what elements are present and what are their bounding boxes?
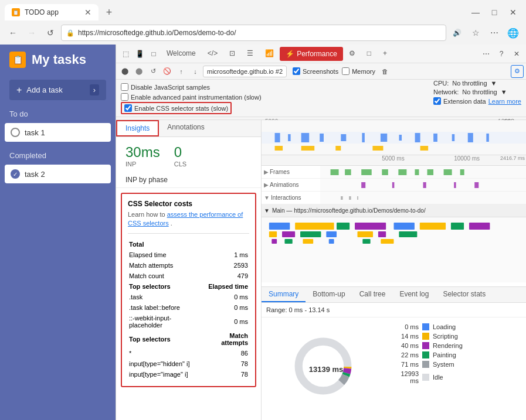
- main-section-header[interactable]: ▼ Main — https://microsoftedge.github.io…: [262, 204, 526, 217]
- more-options-icon[interactable]: ⋯: [486, 25, 503, 41]
- edge-icon[interactable]: 🌐: [505, 25, 521, 41]
- tab-console[interactable]: ⊡: [223, 45, 241, 63]
- css-costs-box: CSS Selector costs Learn how to assess t…: [121, 193, 256, 387]
- completed-section: Completed ✓ task 2: [0, 146, 116, 183]
- address-bar[interactable]: 🔒 https://microsoftedge.github.io/Demos/…: [61, 25, 446, 41]
- cls-label: CLS: [174, 161, 186, 168]
- svg-rect-21: [361, 169, 372, 175]
- learn-more-link[interactable]: Learn more: [488, 98, 521, 105]
- tab-welcome[interactable]: Welcome: [161, 45, 202, 63]
- tab-close-button[interactable]: ✕: [84, 8, 91, 16]
- todo-title: My tasks: [32, 52, 86, 67]
- css-costs-table: Total Elapsed time 1 ms Match attempts 2…: [128, 238, 249, 380]
- screenshots-checkbox[interactable]: [293, 67, 300, 75]
- upload-icon[interactable]: ↑: [175, 65, 188, 78]
- devtools-more-icon[interactable]: ⋯: [479, 47, 493, 61]
- svg-rect-2: [288, 134, 291, 141]
- browser-tab[interactable]: 📋 TODO app ✕: [5, 4, 99, 21]
- tab-insights[interactable]: Insights: [116, 120, 159, 136]
- task-checkbox-1[interactable]: [11, 128, 20, 137]
- tab-annotations[interactable]: Annotations: [159, 120, 212, 136]
- tab-bottom-up[interactable]: Bottom-up: [306, 287, 352, 302]
- tab-sources[interactable]: </>: [202, 45, 223, 63]
- enable-paint-checkbox[interactable]: [121, 93, 128, 101]
- tab-performance[interactable]: ⚡ Performance: [280, 47, 343, 61]
- network-dropdown-icon[interactable]: ▼: [501, 88, 507, 95]
- extension-data-checkbox[interactable]: [433, 97, 441, 105]
- devtools-help-icon[interactable]: ?: [494, 47, 508, 61]
- new-tab-button[interactable]: +: [101, 4, 117, 21]
- task-checkbox-2[interactable]: ✓: [11, 169, 20, 179]
- devtools-settings-icon[interactable]: ⚙: [511, 65, 524, 78]
- devtools-elements-icon[interactable]: □: [147, 47, 161, 61]
- tab-event-log[interactable]: Event log: [392, 287, 436, 302]
- inp-label: INP: [125, 161, 160, 168]
- forward-button[interactable]: →: [23, 25, 40, 41]
- devtools-close-icon[interactable]: ✕: [510, 47, 524, 61]
- css-costs-desc-before: Learn how to: [128, 211, 167, 218]
- legend-idle: 12993 ms Idle: [395, 370, 521, 384]
- svg-rect-12: [468, 133, 473, 142]
- read-aloud-icon[interactable]: 🔊: [449, 25, 465, 41]
- tab-network[interactable]: ☰: [241, 45, 259, 63]
- delete-recordings-icon[interactable]: 🗑: [379, 65, 392, 78]
- track-ruler: 5000 ms 10000 ms 2416.7 ms: [262, 155, 526, 166]
- tab-gear[interactable]: ⚙: [343, 45, 361, 63]
- tab-bar: 📋 TODO app ✕ + — □ ✕: [0, 0, 526, 21]
- screenshots-checkbox-label[interactable]: Screenshots: [293, 67, 338, 75]
- enable-css-checkbox[interactable]: [124, 104, 132, 112]
- devtools-address-display: microsoftedge.github.io #2: [203, 66, 287, 77]
- memory-checkbox-label[interactable]: Memory: [342, 67, 375, 75]
- interactions-bars: [320, 192, 526, 204]
- css-costs-desc-after: .: [171, 220, 172, 227]
- back-button[interactable]: ←: [5, 25, 21, 41]
- interactions-label[interactable]: ▼ Interactions: [262, 194, 320, 201]
- legend-system: 71 ms System: [395, 361, 521, 368]
- maximize-button[interactable]: □: [486, 4, 503, 21]
- tab-selector-stats[interactable]: Selector stats: [436, 287, 493, 302]
- refresh-button[interactable]: ↺: [42, 25, 59, 41]
- timeline-tracks-container[interactable]: 5000 ms 10000 ms 2416.7 ms ▶ Frames: [262, 155, 526, 286]
- tab-call-tree[interactable]: Call tree: [352, 287, 393, 302]
- main-layout: 📋 My tasks + Add a task › To do task 1 C…: [0, 45, 526, 420]
- animations-label[interactable]: ▶ Animations: [262, 182, 320, 188]
- frames-label[interactable]: ▶ Frames: [262, 169, 320, 175]
- svg-rect-29: [392, 182, 395, 188]
- devtools-inspect-icon[interactable]: ⬚: [118, 47, 133, 61]
- close-button[interactable]: ✕: [505, 4, 521, 21]
- main-section-label: Main — https://microsoftedge.github.io/D…: [272, 207, 426, 214]
- reload-record-icon[interactable]: ↺: [147, 65, 160, 78]
- todo-header: 📋 My tasks: [0, 45, 116, 75]
- task-item-1[interactable]: task 1: [5, 123, 111, 142]
- add-task-button[interactable]: + Add a task ›: [9, 80, 106, 100]
- stop-icon[interactable]: ⬤: [133, 65, 145, 78]
- svg-rect-48: [357, 231, 373, 237]
- minimize-button[interactable]: —: [467, 4, 484, 21]
- clear-icon[interactable]: 🚫: [161, 65, 174, 78]
- record-icon[interactable]: ⬤: [118, 65, 131, 78]
- task-title-2: task 2: [25, 170, 45, 179]
- tab-wireless[interactable]: 📶: [259, 45, 280, 63]
- download-icon[interactable]: ↓: [189, 65, 202, 78]
- tab-favicon: 📋: [12, 8, 20, 16]
- disable-js-checkbox[interactable]: [121, 83, 128, 91]
- cls-metric: 0 CLS: [174, 144, 186, 168]
- task-item-2[interactable]: ✓ task 2: [5, 165, 111, 183]
- tab-layout[interactable]: □: [361, 45, 377, 63]
- svg-rect-23: [398, 169, 406, 175]
- tab-add[interactable]: +: [377, 45, 393, 63]
- tab-summary[interactable]: Summary: [262, 287, 306, 302]
- nav-bar: ← → ↺ 🔒 https://microsoftedge.github.io/…: [0, 21, 526, 45]
- svg-rect-46: [300, 231, 321, 237]
- favorites-icon[interactable]: ☆: [467, 25, 484, 41]
- svg-rect-11: [452, 134, 455, 141]
- memory-checkbox[interactable]: [342, 67, 349, 75]
- legend-painting: 22 ms Painting: [395, 351, 521, 358]
- svg-rect-27: [460, 169, 464, 175]
- svg-rect-18: [420, 146, 429, 151]
- tab-title: TODO app: [25, 8, 80, 16]
- cpu-dropdown-icon[interactable]: ▼: [491, 80, 497, 87]
- cpu-label: CPU:: [433, 80, 449, 87]
- svg-rect-43: [469, 223, 490, 230]
- devtools-device-icon[interactable]: 📱: [133, 47, 147, 61]
